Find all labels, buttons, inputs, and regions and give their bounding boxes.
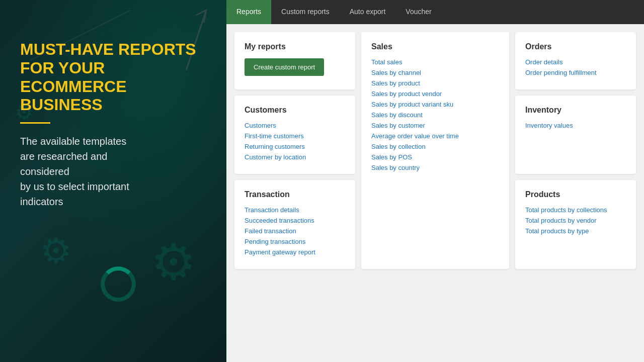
card-orders: Orders Order details Order pending fulfi… — [515, 32, 636, 89]
my-reports-title: My reports — [245, 42, 345, 51]
link-order-details[interactable]: Order details — [525, 58, 626, 66]
page-subtitle: The available templates are researched a… — [20, 134, 206, 209]
link-customer-by-location[interactable]: Customer by location — [245, 153, 345, 161]
link-total-products-by-collections[interactable]: Total products by collections — [525, 206, 626, 214]
link-sales-by-pos[interactable]: Sales by POS — [371, 153, 499, 161]
orders-title: Orders — [525, 42, 626, 51]
link-avg-order-value[interactable]: Average order value over time — [371, 132, 499, 140]
link-total-products-by-type[interactable]: Total products by type — [525, 227, 626, 235]
transaction-title: Transaction — [245, 190, 345, 199]
link-first-time-customers[interactable]: First-time customers — [245, 132, 345, 140]
link-returning-customers[interactable]: Returning customers — [245, 143, 345, 150]
products-title: Products — [525, 190, 626, 199]
page-heading: MUST-HAVE REPORTS FOR YOUR ECOMMERCE BUS… — [20, 40, 206, 114]
customers-title: Customers — [245, 106, 345, 115]
tab-reports[interactable]: Reports — [226, 0, 271, 24]
tab-bar: Reports Custom reports Auto export Vouch… — [226, 0, 644, 24]
card-inventory: Inventory Inventory values — [515, 96, 636, 174]
link-sales-by-product[interactable]: Sales by product — [371, 79, 499, 87]
link-sales-by-country[interactable]: Sales by country — [371, 164, 499, 171]
tab-custom-reports[interactable]: Custom reports — [271, 0, 340, 24]
tab-voucher[interactable]: Voucher — [395, 0, 441, 24]
right-panel: Reports Custom reports Auto export Vouch… — [226, 0, 644, 362]
link-failed-transaction[interactable]: Failed transaction — [245, 227, 345, 235]
link-sales-by-discount[interactable]: Sales by discount — [371, 111, 499, 119]
reports-grid: My reports Create custom report Sales To… — [234, 32, 636, 354]
link-pending-transactions[interactable]: Pending transactions — [245, 238, 345, 245]
link-succeeded-transactions[interactable]: Succeeded transactions — [245, 217, 345, 224]
gear-large-icon: ⚙ — [151, 233, 196, 292]
link-sales-by-product-vendor[interactable]: Sales by product vendor — [371, 90, 499, 98]
link-transaction-details[interactable]: Transaction details — [245, 206, 345, 214]
link-total-products-by-vendor[interactable]: Total products by vendor — [525, 217, 626, 224]
heading-divider — [20, 122, 50, 124]
content-area: My reports Create custom report Sales To… — [226, 24, 644, 362]
link-total-sales[interactable]: Total sales — [371, 58, 499, 66]
tab-auto-export[interactable]: Auto export — [340, 0, 396, 24]
left-panel: ⚙ ⚙ ⚙ MUST-HAVE REPORTS FOR YOUR ECOMMER… — [0, 0, 226, 362]
link-customers[interactable]: Customers — [245, 122, 345, 129]
link-sales-by-customer[interactable]: Sales by customer — [371, 122, 499, 129]
card-sales: Sales Total sales Sales by channel Sales… — [361, 32, 509, 269]
sales-title: Sales — [371, 42, 499, 51]
card-products: Products Total products by collections T… — [515, 180, 636, 269]
card-transaction: Transaction Transaction details Succeede… — [234, 180, 355, 269]
link-sales-by-channel[interactable]: Sales by channel — [371, 69, 499, 76]
link-sales-by-collection[interactable]: Sales by collection — [371, 143, 499, 150]
gear-medium-icon: ⚙ — [40, 230, 72, 272]
link-payment-gateway-report[interactable]: Payment gateway report — [245, 248, 345, 256]
inventory-title: Inventory — [525, 106, 626, 115]
circle-decoration — [101, 266, 136, 302]
link-order-pending-fulfillment[interactable]: Order pending fulfillment — [525, 69, 626, 76]
link-sales-by-product-variant-sku[interactable]: Sales by product variant sku — [371, 101, 499, 108]
card-my-reports: My reports Create custom report — [234, 32, 355, 89]
link-inventory-values[interactable]: Inventory values — [525, 122, 626, 129]
card-customers: Customers Customers First-time customers… — [234, 96, 355, 174]
create-custom-report-button[interactable]: Create custom report — [245, 58, 324, 76]
